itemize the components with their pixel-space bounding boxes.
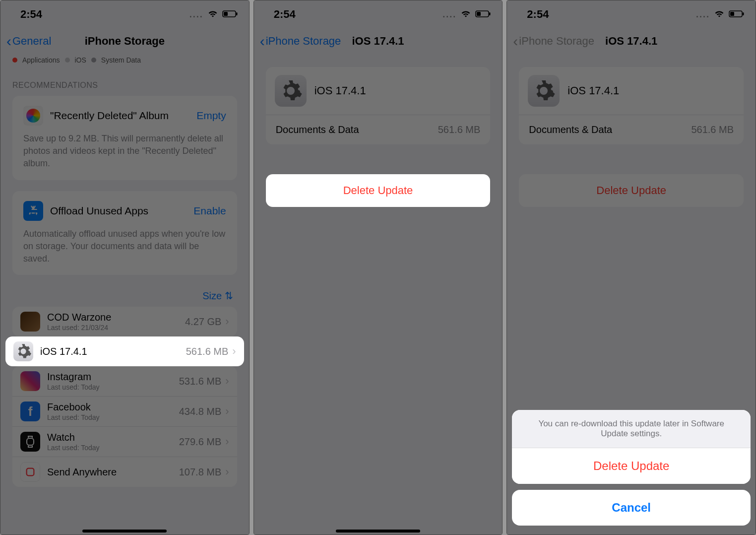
chevron-right-icon: › xyxy=(225,315,229,328)
settings-icon xyxy=(528,75,560,107)
action-sheet: You can re-download this update later in… xyxy=(512,410,751,526)
nav-bar: ‹ iPhone Storage iOS 17.4.1 xyxy=(507,28,756,54)
wifi-icon xyxy=(714,8,725,21)
legend-system: System Data xyxy=(101,56,141,64)
legend-dot-apps xyxy=(12,58,17,63)
app-name: Facebook xyxy=(47,401,179,413)
app-size: 561.6 MB xyxy=(186,346,229,357)
sort-by-size[interactable]: Size ⇅ xyxy=(0,286,249,307)
sort-label: Size xyxy=(202,290,222,301)
svg-rect-10 xyxy=(743,12,744,15)
chevron-left-icon: ‹ xyxy=(260,34,265,49)
svg-rect-1 xyxy=(224,12,228,16)
rec-desc: Save up to 9.2 MB. This will permanently… xyxy=(23,133,226,170)
status-time: 2:54 xyxy=(20,8,42,21)
delete-update-button: Delete Update xyxy=(519,174,744,207)
app-row-cod[interactable]: COD Warzone Last used: 21/03/24 4.27 GB … xyxy=(12,307,237,336)
status-bar: 2:54 .... xyxy=(254,0,503,28)
status-bar: 2:54 .... xyxy=(0,0,249,28)
recommendation-recently-deleted: "Recently Deleted" Album Empty Save up t… xyxy=(12,96,237,180)
app-list-cont: Instagram Last used: Today 531.6 MB › f … xyxy=(12,366,237,487)
back-label: iPhone Storage xyxy=(266,35,341,48)
wifi-icon xyxy=(460,8,471,21)
photos-icon xyxy=(23,106,43,126)
docs-label: Documents & Data xyxy=(276,124,359,135)
app-size: 4.27 GB xyxy=(185,316,221,328)
panel-action-sheet: 2:54 .... ‹ iPhone Storage iOS 17.4.1 xyxy=(506,0,756,535)
legend-dot-system xyxy=(91,58,96,63)
recording-dots-icon: .... xyxy=(189,9,203,20)
docs-value: 561.6 MB xyxy=(691,124,734,135)
item-title: iOS 17.4.1 xyxy=(567,84,619,97)
svg-rect-6 xyxy=(477,12,481,16)
chevron-right-icon: › xyxy=(225,466,229,478)
battery-icon xyxy=(475,8,491,21)
delete-update-label: Delete Update xyxy=(343,184,413,197)
nav-bar: ‹ General iPhone Storage xyxy=(0,28,249,54)
nav-bar: ‹ iPhone Storage iOS 17.4.1 xyxy=(254,28,503,54)
legend-ios: iOS xyxy=(75,56,86,64)
app-sub: Last used: 21/03/24 xyxy=(47,324,185,332)
app-list: COD Warzone Last used: 21/03/24 4.27 GB … xyxy=(12,307,237,336)
wifi-icon xyxy=(207,8,218,21)
app-icon-watch xyxy=(20,432,40,452)
chevron-right-icon: › xyxy=(232,345,236,358)
svg-rect-3 xyxy=(27,438,34,445)
recording-dots-icon: .... xyxy=(696,9,710,20)
app-row-sendanywhere[interactable]: Send Anywhere 107.8 MB › xyxy=(12,457,237,487)
app-name: Instagram xyxy=(47,371,179,383)
app-icon-sendanywhere xyxy=(20,462,40,482)
app-sub: Last used: Today xyxy=(47,383,179,391)
svg-rect-9 xyxy=(730,12,734,16)
home-indicator[interactable] xyxy=(82,530,167,533)
recording-dots-icon: .... xyxy=(442,9,456,20)
rec-title: "Recently Deleted" Album xyxy=(50,110,189,122)
panel-storage-list: 2:54 .... ‹ General iPhone Storage App xyxy=(0,0,250,535)
app-row-instagram[interactable]: Instagram Last used: Today 531.6 MB › xyxy=(12,366,237,397)
chevron-right-icon: › xyxy=(225,375,229,388)
update-info-card: iOS 17.4.1 Documents & Data 561.6 MB xyxy=(266,67,491,144)
chevron-left-icon: ‹ xyxy=(513,34,518,49)
empty-button[interactable]: Empty xyxy=(196,110,226,122)
cancel-button[interactable]: Cancel xyxy=(512,490,751,526)
svg-rect-2 xyxy=(236,12,238,15)
docs-value: 561.6 MB xyxy=(438,124,481,135)
panel-update-detail: 2:54 .... ‹ iPhone Storage iOS 17.4.1 xyxy=(253,0,503,535)
app-row-ios-update[interactable]: iOS 17.4.1 561.6 MB › xyxy=(5,336,244,366)
confirm-delete-button[interactable]: Delete Update xyxy=(512,448,751,484)
status-time: 2:54 xyxy=(274,8,296,21)
legend-dot-ios xyxy=(65,58,70,63)
sheet-message: You can re-download this update later in… xyxy=(512,410,751,448)
legend-row: Applications iOS System Data xyxy=(0,54,249,66)
docs-label: Documents & Data xyxy=(529,124,612,135)
delete-update-label: Delete Update xyxy=(596,184,666,197)
delete-update-button[interactable]: Delete Update xyxy=(266,174,491,207)
home-indicator[interactable] xyxy=(336,530,420,533)
back-label: iPhone Storage xyxy=(519,35,594,48)
app-size: 531.6 MB xyxy=(179,376,222,387)
app-row-facebook[interactable]: f Facebook Last used: Today 434.8 MB › xyxy=(12,397,237,427)
item-title: iOS 17.4.1 xyxy=(315,84,366,97)
update-info-card: iOS 17.4.1 Documents & Data 561.6 MB xyxy=(519,67,744,144)
app-icon-cod xyxy=(20,312,40,332)
app-name: Send Anywhere xyxy=(47,467,179,478)
app-row-watch[interactable]: Watch Last used: Today 279.6 MB › xyxy=(12,427,237,457)
battery-icon xyxy=(729,8,745,21)
status-time: 2:54 xyxy=(527,8,549,21)
app-sub: Last used: Today xyxy=(47,444,179,452)
back-label: General xyxy=(12,35,51,48)
app-sub: Last used: Today xyxy=(47,413,179,421)
back-button[interactable]: ‹ iPhone Storage xyxy=(260,34,341,49)
enable-button[interactable]: Enable xyxy=(193,205,226,217)
chevron-right-icon: › xyxy=(225,435,229,448)
back-button[interactable]: ‹ General xyxy=(6,34,51,49)
app-name: iOS 17.4.1 xyxy=(40,346,186,357)
rec2-title: Offload Unused Apps xyxy=(50,205,187,217)
chevron-right-icon: › xyxy=(225,405,229,418)
highlighted-app-row: iOS 17.4.1 561.6 MB › xyxy=(5,336,244,366)
app-name: Watch xyxy=(47,432,179,443)
settings-icon xyxy=(275,75,307,107)
app-name: COD Warzone xyxy=(47,312,185,323)
app-icon-facebook: f xyxy=(20,401,40,421)
back-button: ‹ iPhone Storage xyxy=(513,34,594,49)
